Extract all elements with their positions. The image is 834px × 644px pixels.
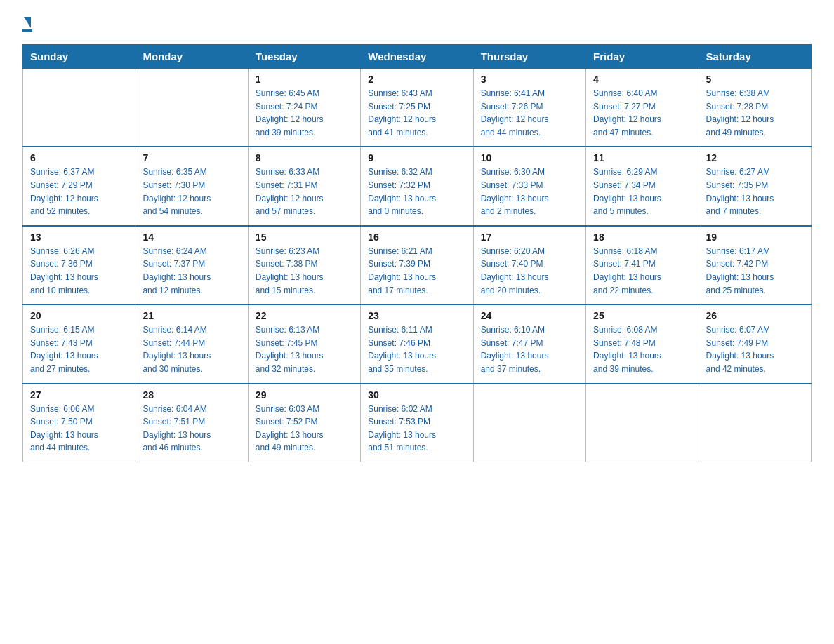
day-number: 10	[481, 152, 578, 163]
calendar-cell: 22Sunrise: 6:13 AM Sunset: 7:45 PM Dayli…	[248, 304, 360, 383]
calendar-week-row: 20Sunrise: 6:15 AM Sunset: 7:43 PM Dayli…	[23, 304, 812, 383]
calendar-cell: 19Sunrise: 6:17 AM Sunset: 7:42 PM Dayli…	[699, 226, 811, 304]
calendar-cell: 13Sunrise: 6:26 AM Sunset: 7:36 PM Dayli…	[23, 226, 135, 304]
calendar-cell: 8Sunrise: 6:33 AM Sunset: 7:31 PM Daylig…	[248, 147, 360, 225]
logo-triangle-icon	[24, 17, 31, 28]
calendar-cell: 25Sunrise: 6:08 AM Sunset: 7:48 PM Dayli…	[586, 304, 699, 383]
calendar-cell: 14Sunrise: 6:24 AM Sunset: 7:37 PM Dayli…	[135, 226, 248, 304]
day-info: Sunrise: 6:35 AM Sunset: 7:30 PM Dayligh…	[143, 166, 240, 217]
calendar-cell	[135, 69, 248, 147]
column-header-tuesday: Tuesday	[248, 45, 360, 69]
calendar-cell: 2Sunrise: 6:43 AM Sunset: 7:25 PM Daylig…	[361, 69, 473, 147]
calendar-cell: 3Sunrise: 6:41 AM Sunset: 7:26 PM Daylig…	[473, 69, 585, 147]
calendar-cell: 27Sunrise: 6:06 AM Sunset: 7:50 PM Dayli…	[23, 384, 135, 462]
day-number: 27	[30, 389, 128, 401]
day-info: Sunrise: 6:18 AM Sunset: 7:41 PM Dayligh…	[593, 245, 691, 297]
day-number: 16	[368, 232, 465, 243]
column-header-wednesday: Wednesday	[361, 45, 473, 69]
day-number: 29	[256, 389, 353, 401]
day-info: Sunrise: 6:06 AM Sunset: 7:50 PM Dayligh…	[30, 403, 128, 455]
calendar-cell	[699, 384, 811, 462]
column-header-thursday: Thursday	[473, 45, 585, 69]
column-header-monday: Monday	[135, 45, 248, 69]
page-header	[22, 17, 812, 32]
day-number: 1	[256, 74, 353, 85]
day-info: Sunrise: 6:11 AM Sunset: 7:46 PM Dayligh…	[368, 323, 465, 375]
day-number: 23	[368, 310, 465, 321]
day-info: Sunrise: 6:07 AM Sunset: 7:49 PM Dayligh…	[706, 323, 804, 375]
day-number: 13	[30, 232, 128, 243]
calendar-cell	[473, 384, 585, 462]
day-info: Sunrise: 6:21 AM Sunset: 7:39 PM Dayligh…	[368, 245, 465, 297]
calendar-cell: 30Sunrise: 6:02 AM Sunset: 7:53 PM Dayli…	[361, 384, 473, 462]
day-info: Sunrise: 6:04 AM Sunset: 7:51 PM Dayligh…	[143, 403, 240, 455]
day-number: 15	[256, 232, 353, 243]
day-number: 28	[143, 389, 240, 401]
calendar-cell: 26Sunrise: 6:07 AM Sunset: 7:49 PM Dayli…	[699, 304, 811, 383]
day-number: 21	[143, 310, 240, 321]
calendar-cell: 1Sunrise: 6:45 AM Sunset: 7:24 PM Daylig…	[248, 69, 360, 147]
logo-underline	[22, 29, 32, 32]
calendar-cell: 20Sunrise: 6:15 AM Sunset: 7:43 PM Dayli…	[23, 304, 135, 383]
day-number: 5	[706, 74, 804, 85]
day-info: Sunrise: 6:30 AM Sunset: 7:33 PM Dayligh…	[481, 166, 578, 217]
day-info: Sunrise: 6:29 AM Sunset: 7:34 PM Dayligh…	[593, 166, 691, 217]
calendar-week-row: 27Sunrise: 6:06 AM Sunset: 7:50 PM Dayli…	[23, 384, 812, 462]
calendar-cell: 23Sunrise: 6:11 AM Sunset: 7:46 PM Dayli…	[361, 304, 473, 383]
calendar-cell: 9Sunrise: 6:32 AM Sunset: 7:32 PM Daylig…	[361, 147, 473, 225]
calendar-cell: 28Sunrise: 6:04 AM Sunset: 7:51 PM Dayli…	[135, 384, 248, 462]
calendar-cell: 15Sunrise: 6:23 AM Sunset: 7:38 PM Dayli…	[248, 226, 360, 304]
day-info: Sunrise: 6:23 AM Sunset: 7:38 PM Dayligh…	[256, 245, 353, 297]
calendar-cell: 21Sunrise: 6:14 AM Sunset: 7:44 PM Dayli…	[135, 304, 248, 383]
day-info: Sunrise: 6:26 AM Sunset: 7:36 PM Dayligh…	[30, 245, 128, 297]
day-number: 3	[481, 74, 578, 85]
day-info: Sunrise: 6:14 AM Sunset: 7:44 PM Dayligh…	[143, 323, 240, 375]
day-number: 18	[593, 232, 691, 243]
calendar-cell: 24Sunrise: 6:10 AM Sunset: 7:47 PM Dayli…	[473, 304, 585, 383]
day-number: 25	[593, 310, 691, 321]
calendar-week-row: 1Sunrise: 6:45 AM Sunset: 7:24 PM Daylig…	[23, 69, 812, 147]
day-number: 9	[368, 152, 465, 163]
day-info: Sunrise: 6:40 AM Sunset: 7:27 PM Dayligh…	[593, 87, 691, 139]
day-info: Sunrise: 6:43 AM Sunset: 7:25 PM Dayligh…	[368, 87, 465, 139]
day-info: Sunrise: 6:32 AM Sunset: 7:32 PM Dayligh…	[368, 166, 465, 217]
calendar-cell: 6Sunrise: 6:37 AM Sunset: 7:29 PM Daylig…	[23, 147, 135, 225]
day-info: Sunrise: 6:02 AM Sunset: 7:53 PM Dayligh…	[368, 403, 465, 455]
day-info: Sunrise: 6:38 AM Sunset: 7:28 PM Dayligh…	[706, 87, 804, 139]
day-info: Sunrise: 6:17 AM Sunset: 7:42 PM Dayligh…	[706, 245, 804, 297]
calendar-cell: 17Sunrise: 6:20 AM Sunset: 7:40 PM Dayli…	[473, 226, 585, 304]
calendar-cell: 12Sunrise: 6:27 AM Sunset: 7:35 PM Dayli…	[699, 147, 811, 225]
calendar-week-row: 13Sunrise: 6:26 AM Sunset: 7:36 PM Dayli…	[23, 226, 812, 304]
day-info: Sunrise: 6:08 AM Sunset: 7:48 PM Dayligh…	[593, 323, 691, 375]
calendar-cell: 18Sunrise: 6:18 AM Sunset: 7:41 PM Dayli…	[586, 226, 699, 304]
day-info: Sunrise: 6:27 AM Sunset: 7:35 PM Dayligh…	[706, 166, 804, 217]
day-number: 12	[706, 152, 804, 163]
day-number: 19	[706, 232, 804, 243]
day-number: 17	[481, 232, 578, 243]
calendar-cell: 5Sunrise: 6:38 AM Sunset: 7:28 PM Daylig…	[699, 69, 811, 147]
day-info: Sunrise: 6:13 AM Sunset: 7:45 PM Dayligh…	[256, 323, 353, 375]
column-header-saturday: Saturday	[699, 45, 811, 69]
day-info: Sunrise: 6:03 AM Sunset: 7:52 PM Dayligh…	[256, 403, 353, 455]
calendar-cell: 7Sunrise: 6:35 AM Sunset: 7:30 PM Daylig…	[135, 147, 248, 225]
day-number: 2	[368, 74, 465, 85]
logo	[22, 17, 32, 32]
day-number: 20	[30, 310, 128, 321]
calendar-cell: 29Sunrise: 6:03 AM Sunset: 7:52 PM Dayli…	[248, 384, 360, 462]
day-info: Sunrise: 6:45 AM Sunset: 7:24 PM Dayligh…	[256, 87, 353, 139]
column-header-friday: Friday	[586, 45, 699, 69]
day-info: Sunrise: 6:20 AM Sunset: 7:40 PM Dayligh…	[481, 245, 578, 297]
day-number: 14	[143, 232, 240, 243]
day-info: Sunrise: 6:10 AM Sunset: 7:47 PM Dayligh…	[481, 323, 578, 375]
day-number: 26	[706, 310, 804, 321]
calendar-week-row: 6Sunrise: 6:37 AM Sunset: 7:29 PM Daylig…	[23, 147, 812, 225]
calendar-cell	[586, 384, 699, 462]
calendar-cell: 4Sunrise: 6:40 AM Sunset: 7:27 PM Daylig…	[586, 69, 699, 147]
day-number: 7	[143, 152, 240, 163]
calendar-table: SundayMondayTuesdayWednesdayThursdayFrid…	[22, 44, 812, 462]
day-number: 22	[256, 310, 353, 321]
day-info: Sunrise: 6:37 AM Sunset: 7:29 PM Dayligh…	[30, 166, 128, 217]
day-info: Sunrise: 6:24 AM Sunset: 7:37 PM Dayligh…	[143, 245, 240, 297]
calendar-cell: 16Sunrise: 6:21 AM Sunset: 7:39 PM Dayli…	[361, 226, 473, 304]
day-info: Sunrise: 6:33 AM Sunset: 7:31 PM Dayligh…	[256, 166, 353, 217]
